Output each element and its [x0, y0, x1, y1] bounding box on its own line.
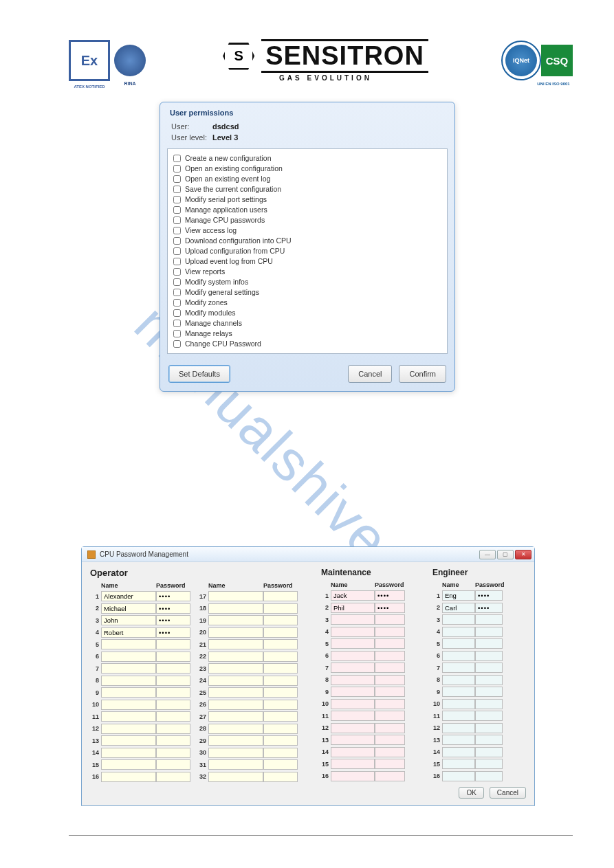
password-input[interactable]: [156, 687, 190, 698]
password-input[interactable]: [475, 675, 503, 685]
permission-checkbox[interactable]: [173, 247, 181, 255]
permission-checkbox[interactable]: [173, 340, 181, 348]
permission-checkbox[interactable]: [173, 320, 181, 327]
name-input[interactable]: [101, 711, 156, 722]
name-input[interactable]: [442, 747, 475, 757]
permission-checkbox[interactable]: [173, 227, 181, 234]
password-input[interactable]: [156, 639, 190, 649]
permission-checkbox[interactable]: [173, 165, 181, 173]
name-input[interactable]: [442, 759, 475, 769]
password-input[interactable]: [475, 651, 503, 661]
name-input[interactable]: [331, 675, 375, 685]
password-input[interactable]: ••••: [375, 603, 405, 613]
password-input[interactable]: [263, 748, 298, 758]
name-input[interactable]: [442, 638, 475, 649]
name-input[interactable]: [331, 759, 375, 769]
permission-checkbox[interactable]: [173, 216, 181, 224]
password-input[interactable]: [375, 735, 405, 745]
password-input[interactable]: ••••: [156, 603, 190, 614]
name-input[interactable]: Michael: [101, 603, 156, 614]
permission-checkbox[interactable]: [173, 155, 181, 162]
password-input[interactable]: [475, 759, 503, 769]
name-input[interactable]: [442, 675, 475, 685]
password-input[interactable]: [156, 652, 190, 662]
password-input[interactable]: ••••: [375, 590, 405, 601]
name-input[interactable]: [208, 591, 263, 601]
password-input[interactable]: [156, 724, 190, 734]
password-input[interactable]: [475, 614, 503, 625]
name-input[interactable]: [331, 735, 375, 745]
password-input[interactable]: [263, 735, 298, 746]
name-input[interactable]: [208, 700, 263, 710]
name-input[interactable]: [442, 771, 475, 781]
permission-checkbox[interactable]: [173, 196, 181, 203]
password-input[interactable]: [375, 687, 405, 697]
password-input[interactable]: [475, 747, 503, 757]
password-input[interactable]: [475, 663, 503, 673]
name-input[interactable]: [331, 699, 375, 709]
permission-checkbox[interactable]: [173, 309, 181, 317]
password-input[interactable]: [263, 759, 298, 770]
name-input[interactable]: [331, 627, 375, 637]
close-button[interactable]: ✕: [515, 550, 531, 559]
password-input[interactable]: [375, 627, 405, 637]
password-input[interactable]: ••••: [156, 627, 190, 638]
name-input[interactable]: [101, 652, 156, 662]
maximize-button[interactable]: ▢: [497, 550, 514, 559]
name-input[interactable]: [208, 639, 263, 649]
password-input[interactable]: [156, 711, 190, 722]
name-input[interactable]: [101, 735, 156, 746]
name-input[interactable]: John: [101, 615, 156, 625]
name-input[interactable]: [208, 603, 263, 614]
password-input[interactable]: [375, 614, 405, 625]
permission-checkbox[interactable]: [173, 206, 181, 214]
password-input[interactable]: [263, 687, 298, 698]
password-input[interactable]: [375, 699, 405, 709]
ok-button[interactable]: OK: [459, 787, 483, 799]
name-input[interactable]: [101, 639, 156, 649]
name-input[interactable]: [442, 627, 475, 637]
name-input[interactable]: [101, 759, 156, 770]
name-input[interactable]: [442, 735, 475, 745]
password-input[interactable]: [156, 772, 190, 782]
name-input[interactable]: [331, 638, 375, 649]
permission-checkbox[interactable]: [173, 258, 181, 265]
permission-checkbox[interactable]: [173, 268, 181, 276]
password-input[interactable]: [375, 638, 405, 649]
name-input[interactable]: [208, 748, 263, 758]
name-input[interactable]: Carl: [442, 603, 475, 613]
password-input[interactable]: [475, 699, 503, 709]
name-input[interactable]: [208, 615, 263, 625]
minimize-button[interactable]: —: [479, 550, 496, 559]
password-input[interactable]: [475, 723, 503, 733]
name-input[interactable]: [208, 652, 263, 662]
password-input[interactable]: [375, 663, 405, 673]
name-input[interactable]: [208, 687, 263, 698]
name-input[interactable]: [101, 700, 156, 710]
name-input[interactable]: [331, 663, 375, 673]
name-input[interactable]: [331, 747, 375, 757]
password-input[interactable]: [475, 735, 503, 745]
password-input[interactable]: [375, 747, 405, 757]
password-input[interactable]: [375, 711, 405, 721]
permission-checkbox[interactable]: [173, 186, 181, 193]
password-input[interactable]: [263, 711, 298, 722]
password-input[interactable]: [475, 771, 503, 781]
password-input[interactable]: [263, 603, 298, 614]
cancel-button[interactable]: Cancel: [490, 787, 526, 799]
name-input[interactable]: [442, 723, 475, 733]
name-input[interactable]: [208, 735, 263, 746]
name-input[interactable]: [331, 651, 375, 661]
name-input[interactable]: [208, 772, 263, 782]
name-input[interactable]: [208, 676, 263, 686]
name-input[interactable]: [331, 687, 375, 697]
confirm-button[interactable]: Confirm: [399, 365, 446, 383]
password-input[interactable]: [475, 627, 503, 637]
name-input[interactable]: [208, 759, 263, 770]
password-input[interactable]: [263, 676, 298, 686]
password-input[interactable]: [375, 723, 405, 733]
name-input[interactable]: [442, 711, 475, 721]
name-input[interactable]: [331, 723, 375, 733]
password-input[interactable]: [375, 771, 405, 781]
name-input[interactable]: [208, 663, 263, 674]
